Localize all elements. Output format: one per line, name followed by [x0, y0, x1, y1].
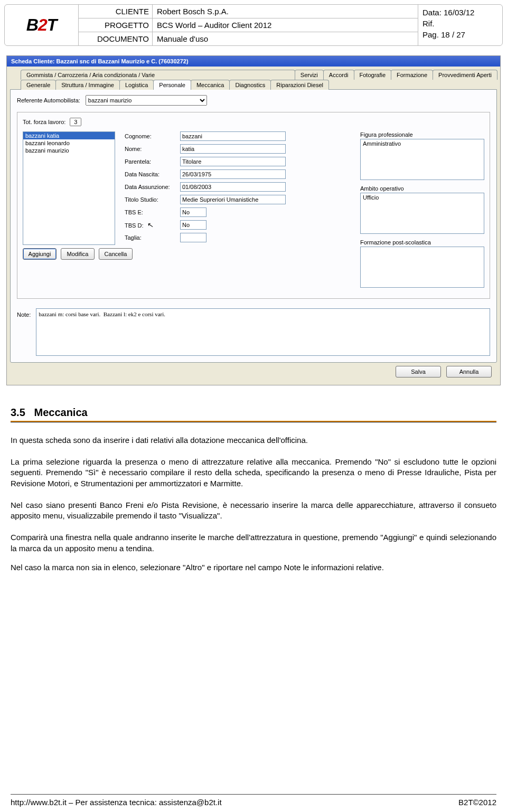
- list-item[interactable]: bazzani maurizio: [23, 147, 115, 154]
- modifica-button[interactable]: Modifica: [61, 248, 95, 260]
- tbs-e-input[interactable]: [180, 207, 206, 217]
- tab-personale[interactable]: Personale: [153, 80, 191, 90]
- figura-label: Figura professionale: [360, 131, 484, 138]
- taglia-input[interactable]: [180, 233, 206, 242]
- documento-value: Manuale d'uso: [153, 32, 418, 45]
- header-mid: CLIENTERobert Bosch S.p.A. PROGETTOBCS W…: [79, 5, 418, 45]
- nome-label: Nome:: [125, 146, 180, 152]
- doc-header: B2T CLIENTERobert Bosch S.p.A. PROGETTOB…: [4, 4, 503, 46]
- ambito-box[interactable]: Ufficio: [360, 193, 484, 234]
- cognome-label: Cognome:: [125, 133, 180, 139]
- section-heading: 3.5 Meccanica: [11, 407, 496, 420]
- cursor-icon: ↖: [147, 220, 155, 230]
- cognome-input[interactable]: [180, 131, 286, 141]
- nome-input[interactable]: [180, 144, 286, 154]
- doc-body: 3.5 Meccanica In questa scheda sono da i…: [11, 407, 496, 573]
- tab-panel: Referente Automobilista: bazzani maurizi…: [10, 89, 497, 363]
- tbs-e-label: TBS E:: [125, 209, 180, 215]
- tab-riparazioni[interactable]: Riparazioni Diesel: [270, 80, 329, 90]
- progetto-label: PROGETTO: [79, 18, 153, 32]
- page-footer: http://www.b2t.it – Per assistenza tecni…: [11, 794, 496, 807]
- tab-servizi[interactable]: Servizi: [295, 70, 324, 80]
- tbs-d-label: TBS D:↖: [125, 221, 180, 229]
- paragraph: Nel caso la marca non sia in elenco, sel…: [11, 562, 496, 573]
- paragraph: Comparirà una finestra nella quale andra…: [11, 532, 496, 554]
- paragraph: Nel caso siano presenti Banco Freni e/o …: [11, 500, 496, 522]
- footer-url[interactable]: http://www.b2t.it: [11, 798, 67, 807]
- ambito-label: Ambito operativo: [360, 185, 484, 192]
- formazione-post-box[interactable]: [360, 247, 484, 288]
- screenshot-window: Scheda Cliente: Bazzani snc di Bazzani M…: [6, 55, 501, 385]
- tab-diagnostics[interactable]: Diagnostics: [229, 80, 271, 90]
- person-form: Cognome: Nome: Parentela: Data Nascita: …: [125, 131, 351, 293]
- tab-struttura[interactable]: Struttura / Immagine: [55, 80, 120, 90]
- heading-number: 3.5: [11, 407, 25, 418]
- tab-formazione[interactable]: Formazione: [391, 70, 433, 80]
- forza-input[interactable]: [70, 118, 81, 126]
- paragraph: In questa scheda sono da inserire i dati…: [11, 435, 496, 446]
- annulla-button[interactable]: Annulla: [446, 366, 492, 377]
- referente-select[interactable]: bazzani maurizio: [86, 95, 207, 106]
- logo-b: B: [26, 15, 38, 35]
- tab-generale[interactable]: Generale: [21, 80, 56, 90]
- cliente-value: Robert Bosch S.p.A.: [153, 5, 418, 18]
- tab-logistica[interactable]: Logistica: [119, 80, 154, 90]
- logo: B2T: [5, 5, 79, 45]
- tab-accordi[interactable]: Accordi: [323, 70, 354, 80]
- list-item[interactable]: bazzani leonardo: [23, 139, 115, 147]
- forza-label: Tot. forza lavoro:: [23, 119, 65, 125]
- people-listbox[interactable]: bazzani katia bazzani leonardo bazzani m…: [23, 131, 115, 245]
- logo-2: 2: [38, 15, 47, 35]
- tab-fotografie[interactable]: Fotografie: [354, 70, 392, 80]
- figura-box[interactable]: Amministrativo: [360, 139, 484, 180]
- logo-t: T: [47, 15, 57, 35]
- note-label: Note:: [17, 308, 31, 356]
- titolo-studio-label: Titolo Studio:: [125, 196, 180, 203]
- tab-gommista[interactable]: Gommista / Carrozzeria / Aria condiziona…: [21, 70, 295, 80]
- data-nascita-label: Data Nascita:: [125, 171, 180, 177]
- tbs-d-input[interactable]: [180, 220, 206, 230]
- taglia-label: Taglia:: [125, 234, 180, 241]
- referente-label: Referente Automobilista:: [17, 97, 80, 103]
- progetto-value: BCS World – Auditor Client 2012: [153, 18, 418, 32]
- footer-email[interactable]: assistenza@b2t.it: [159, 798, 222, 807]
- parentela-label: Parentela:: [125, 158, 180, 165]
- list-item[interactable]: bazzani katia: [23, 132, 115, 139]
- data-nascita-input[interactable]: [180, 169, 286, 179]
- tabs-row-2: Generale Struttura / Immagine Logistica …: [21, 80, 497, 90]
- tabs-row-1: Gommista / Carrozzeria / Aria condiziona…: [21, 70, 497, 80]
- documento-label: DOCUMENTO: [79, 32, 153, 45]
- data-assunzione-input[interactable]: [180, 182, 286, 192]
- cliente-label: CLIENTE: [79, 5, 153, 18]
- salva-button[interactable]: Salva: [396, 366, 441, 377]
- personale-group: Tot. forza lavoro: bazzani katia bazzani…: [17, 112, 490, 299]
- header-right: Data: 16/03/12 Rif. Pag. 18 / 27: [418, 5, 502, 45]
- formazione-post-label: Formazione post-scolastica: [360, 239, 484, 246]
- footer-copyright: B2T©2012: [458, 798, 496, 807]
- tab-meccanica[interactable]: Meccanica: [191, 80, 230, 90]
- window-title: Scheda Cliente: Bazzani snc di Bazzani M…: [7, 56, 500, 67]
- data-assunzione-label: Data Assunzione:: [125, 184, 180, 190]
- parentela-input[interactable]: [180, 157, 286, 166]
- paragraph: La prima selezione riguarda la presenza …: [11, 457, 496, 489]
- note-textarea[interactable]: bazzani m: corsi base vari. Bazzani l: e…: [36, 308, 490, 356]
- titolo-studio-input[interactable]: [180, 195, 286, 204]
- heading-text: Meccanica: [34, 407, 87, 418]
- tab-provvedimenti[interactable]: Provvedimenti Aperti: [433, 70, 497, 80]
- aggiungi-button[interactable]: Aggiungi: [23, 248, 57, 260]
